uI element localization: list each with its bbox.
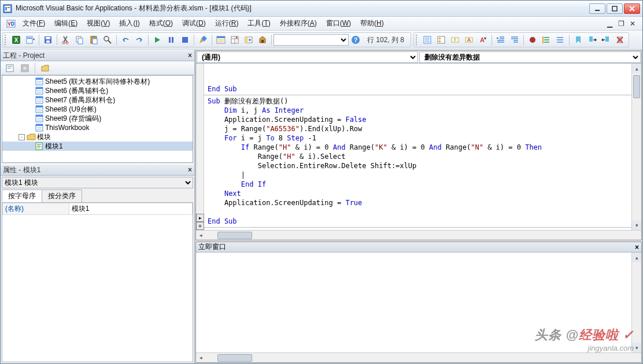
run-button[interactable] <box>151 34 164 46</box>
parameter-info-button[interactable]: A <box>463 34 475 46</box>
svg-rect-83 <box>36 78 43 80</box>
toggle-folders-button[interactable] <box>39 62 51 75</box>
mdi-minimize-button[interactable]: ▁ <box>605 20 614 28</box>
immediate-horizontal-scrollbar[interactable]: ◂ <box>196 352 641 362</box>
help-button[interactable]: ? <box>349 34 362 46</box>
properties-panel-close-button[interactable]: × <box>188 166 192 174</box>
complete-word-button[interactable]: A <box>476 34 489 46</box>
code-editor[interactable]: End SubSub 删除没有差异数据() Dim i, j As Intege… <box>204 64 631 230</box>
reset-button[interactable] <box>179 34 191 46</box>
tree-item[interactable]: Sheet7 (番禺原材料仓) <box>2 95 193 105</box>
object-dropdown[interactable]: (通用) <box>197 51 418 63</box>
menu-item[interactable]: 运行(R) <box>210 17 243 29</box>
tree-item-label: Sheet5 (联大卷材车间待修补卷材) <box>45 77 150 87</box>
quick-info-button[interactable]: i <box>449 34 461 46</box>
save-button[interactable] <box>42 34 54 46</box>
menu-item[interactable]: 调试(D) <box>178 17 210 29</box>
toolbox-button[interactable] <box>256 34 269 46</box>
tree-item[interactable]: Sheet5 (联大卷材车间待修补卷材) <box>2 77 193 86</box>
properties-tab[interactable]: 按分类序 <box>42 190 82 202</box>
clear-bookmarks-button[interactable] <box>614 34 626 46</box>
properties-object-combo[interactable]: 模块1 模块 <box>2 177 193 188</box>
minimize-button[interactable] <box>589 3 605 14</box>
uncomment-block-button[interactable] <box>554 34 567 46</box>
object-browser-button[interactable] <box>242 34 255 46</box>
menu-item[interactable]: 文件(F) <box>18 17 50 29</box>
redo-button[interactable] <box>133 34 146 46</box>
tree-toggle-icon[interactable]: - <box>19 134 25 140</box>
tree-item-label: Sheet8 (U9台帐) <box>45 105 97 114</box>
view-excel-button[interactable]: X <box>10 34 23 46</box>
svg-rect-81 <box>23 66 27 70</box>
project-explorer-button[interactable] <box>215 34 227 46</box>
procedure-dropdown[interactable]: 删除没有差异数据 <box>419 51 641 63</box>
property-value[interactable]: 模块1 <box>69 203 192 215</box>
immediate-close-button[interactable]: × <box>635 243 639 251</box>
svg-rect-3 <box>8 7 10 8</box>
immediate-text[interactable] <box>196 252 631 352</box>
svg-rect-49 <box>439 40 441 42</box>
tree-item[interactable]: Sheet9 (存货编码) <box>2 114 193 123</box>
find-button[interactable] <box>101 34 114 46</box>
tree-item-label: 模块1 <box>45 142 63 151</box>
properties-grid[interactable]: (名称)模块1 <box>2 202 193 362</box>
mdi-close-button[interactable]: ✕ <box>629 20 637 28</box>
immediate-vertical-scrollbar[interactable]: ▴ ▾ <box>631 252 641 352</box>
tree-item[interactable]: -模块 <box>2 132 193 142</box>
menu-item[interactable]: 工具(T) <box>243 17 275 29</box>
toggle-bookmark-button[interactable] <box>572 34 585 46</box>
svg-point-39 <box>249 39 251 41</box>
menu-item[interactable]: 外接程序(A) <box>275 17 322 29</box>
horizontal-scrollbar[interactable]: ◂ <box>196 230 641 240</box>
vertical-scrollbar[interactable]: ▴ ▾ <box>631 64 641 230</box>
undo-button[interactable] <box>119 34 132 46</box>
svg-rect-5 <box>612 6 617 11</box>
tree-item[interactable]: ThisWorkbook <box>2 123 193 132</box>
properties-window-button[interactable] <box>228 34 241 46</box>
menu-item[interactable]: 帮助(H) <box>356 17 389 29</box>
list-constants-button[interactable] <box>435 34 448 46</box>
break-button[interactable] <box>165 34 178 46</box>
svg-rect-30 <box>217 36 225 38</box>
project-panel-close-button[interactable]: × <box>188 51 192 60</box>
project-tree[interactable]: Sheet5 (联大卷材车间待修补卷材)Sheet6 (番禺辅料仓)Sheet7… <box>2 75 193 163</box>
property-name: (名称) <box>3 203 69 215</box>
close-button[interactable] <box>624 3 640 14</box>
tree-item[interactable]: 模块1 <box>2 142 193 151</box>
tree-item-label: Sheet9 (存货编码) <box>45 114 101 124</box>
help-search-combo[interactable] <box>274 34 349 46</box>
procedure-view-button[interactable]: ▸ <box>196 214 204 222</box>
tree-item[interactable]: Sheet8 (U9台帐) <box>2 105 193 114</box>
sheet-icon <box>35 124 44 132</box>
comment-block-button[interactable] <box>540 34 553 46</box>
svg-point-23 <box>104 36 109 41</box>
titlebar: Microsoft Visual Basic for Applications … <box>1 1 642 17</box>
design-mode-button[interactable] <box>197 34 209 46</box>
toggle-breakpoint-button[interactable] <box>526 34 539 46</box>
indent-button[interactable] <box>494 34 507 46</box>
view-code-button[interactable] <box>3 62 16 75</box>
view-object-button[interactable] <box>19 62 31 75</box>
menu-item[interactable]: 编辑(E) <box>50 17 82 29</box>
svg-rect-12 <box>27 38 32 39</box>
left-pane: 工程 - Project × Sheet5 (联大卷材车间待修补卷材)Sheet… <box>1 50 195 363</box>
cut-button[interactable] <box>60 34 72 46</box>
copy-button[interactable] <box>73 34 86 46</box>
menu-item[interactable]: 插入(I) <box>114 17 144 29</box>
maximize-button[interactable] <box>607 3 623 14</box>
properties-tab[interactable]: 按字母序 <box>2 190 42 202</box>
full-module-view-button[interactable]: ≡ <box>196 222 204 230</box>
tree-item-label: Sheet6 (番禺辅料仓) <box>45 86 108 96</box>
paste-button[interactable] <box>87 34 100 46</box>
menu-item[interactable]: 格式(O) <box>145 17 178 29</box>
insert-dropdown-button[interactable] <box>24 34 36 46</box>
toolbar-area: X ? 行 102, 列 8 <box>1 31 642 50</box>
next-bookmark-button[interactable] <box>586 34 598 46</box>
menu-item[interactable]: 窗口(W) <box>322 17 356 29</box>
list-properties-button[interactable] <box>421 34 434 46</box>
prev-bookmark-button[interactable] <box>600 34 612 46</box>
mdi-restore-button[interactable]: ❐ <box>617 20 625 28</box>
menu-item[interactable]: 视图(V) <box>82 17 114 29</box>
outdent-button[interactable] <box>508 34 521 46</box>
tree-item[interactable]: Sheet6 (番禺辅料仓) <box>2 86 193 95</box>
